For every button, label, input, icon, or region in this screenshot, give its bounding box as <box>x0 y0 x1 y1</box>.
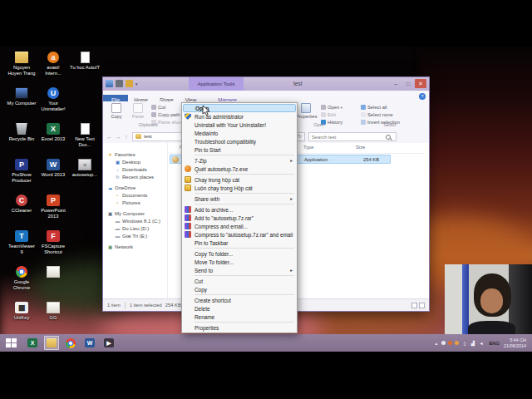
desktop-icon-fscapture-shortcut[interactable]: FFSCapture Shortcut <box>38 230 68 254</box>
taskbar-app-media-app[interactable]: ▶ <box>101 336 116 350</box>
desktop-icon-your-uninstaller[interactable]: UYour Uninstaller! <box>38 87 68 111</box>
nav-item-desktop[interactable]: ▣Desktop <box>103 158 167 165</box>
maximize-button[interactable]: □ <box>402 79 414 88</box>
menu-item-uninstall-with-your-uninstaller[interactable]: Uninstall with Your Uninstaller! <box>183 121 296 129</box>
menu-item-create-shortcut[interactable]: Create shortcut <box>183 296 296 304</box>
desktop-icon-excel-2013[interactable]: XExcel 2013 <box>38 123 68 142</box>
nav-item-pictures[interactable]: ▪Pictures <box>103 199 167 206</box>
menu-item-open[interactable]: Open <box>183 104 296 112</box>
start-button[interactable] <box>6 338 18 348</box>
menu-item-pin-to-taskbar[interactable]: Pin to Taskbar <box>183 239 296 247</box>
minimize-button[interactable]: – <box>390 79 401 88</box>
desktop-icon-folder-16[interactable] <box>38 266 68 279</box>
select-all-button[interactable]: Select all <box>361 104 387 111</box>
help-icon[interactable]: ? <box>419 93 426 100</box>
open-dropdown-icon[interactable]: ▾ <box>341 106 342 110</box>
desktop-icon-avast-intern[interactable]: aavast! Intern... <box>38 52 68 76</box>
taskbar-app-file-explorer[interactable] <box>44 336 59 350</box>
desktop-icon-word-2013[interactable]: WWord 2013 <box>38 159 68 178</box>
copy-path-button[interactable]: Copy path <box>151 111 180 118</box>
winrar-icon <box>185 214 191 221</box>
menu-item-copy-to-folder[interactable]: Copy To folder... <box>183 249 296 258</box>
menu-item-pin-to-start[interactable]: Pin to Start <box>183 145 296 154</box>
menu-item-copy[interactable]: Copy <box>183 285 296 293</box>
desktop-icon-my-computer[interactable]: My Computer <box>7 87 37 106</box>
desktop-icon-powerpoint-2013[interactable]: PPowerPoint 2013 <box>38 195 68 219</box>
show-hidden-icons[interactable]: ▴ <box>433 340 439 347</box>
select-none-button[interactable]: Select none <box>361 111 393 118</box>
edit-button[interactable]: Edit <box>321 111 336 118</box>
tray-app-orange[interactable] <box>455 341 459 345</box>
language-indicator[interactable]: ENG <box>489 341 500 346</box>
nav-item-du-lieu-d[interactable]: ▬Du Lieu (D:) <box>103 224 167 232</box>
menu-item-add-to-archive[interactable]: Add to archive... <box>183 205 296 214</box>
close-button[interactable]: ✕ <box>415 79 426 88</box>
nav-section-favorites[interactable]: ★Favorites <box>103 150 167 158</box>
desktop-icon-gg[interactable]: GG <box>38 302 68 321</box>
quick-access-chevron-down-icon[interactable]: ▾ <box>135 81 138 86</box>
desktop-icon-recycle-bin[interactable]: Recycle Bin <box>7 123 37 142</box>
menu-item-move-to-folder[interactable]: Move To folder... <box>183 258 296 266</box>
menu-item-lu-n-ch-y-trong-h-p-c-t[interactable]: Luôn chạy trong Hộp cát <box>183 184 296 192</box>
menu-item-troubleshoot-compatibility[interactable]: Troubleshoot compatibility <box>183 137 296 145</box>
menu-item-compress-to-autosetup-7z-rar-and-email[interactable]: Compress to "autosetup.7z.rar" and email <box>183 230 296 239</box>
desktop-icon-ccleaner[interactable]: CCCleaner <box>7 195 37 214</box>
thumbnail-view-icon[interactable] <box>419 303 425 308</box>
search-input[interactable] <box>310 133 387 142</box>
taskbar-app-word[interactable]: W <box>82 336 97 350</box>
quick-access-properties-icon[interactable] <box>116 80 123 87</box>
column-header-size[interactable]: Size <box>356 145 365 150</box>
nav-item-windows-8-1-c[interactable]: ▬Windows 8.1 (C:) <box>103 217 167 224</box>
desktop-icon-google-chrome[interactable]: Google Chrome <box>7 266 37 290</box>
nav-item-giai-tri-e[interactable]: ▬Giai Tri (E:) <box>103 232 167 239</box>
details-view-icon[interactable] <box>411 303 417 308</box>
menu-item-rename[interactable]: Rename <box>183 313 296 321</box>
tray-app-white[interactable] <box>441 341 446 345</box>
refresh-icon[interactable]: ↻ <box>298 132 302 141</box>
menu-item-share-with[interactable]: Share with▸ <box>183 195 296 203</box>
menu-item-properties[interactable]: Properties <box>183 323 296 332</box>
taskbar-clock[interactable]: 5:44 CH 21/08/2014 <box>504 337 526 348</box>
menu-item-mediainfo[interactable]: MediaInfo <box>183 129 296 137</box>
quick-access-new-folder-icon[interactable] <box>126 80 133 87</box>
up-icon[interactable]: ↑ <box>122 132 131 141</box>
menu-item-compress-and-email[interactable]: Compress and email... <box>183 222 296 230</box>
menu-item-send-to[interactable]: Send to▸ <box>183 266 296 274</box>
desktop-icon-new-text-doc[interactable]: New Text Doc... <box>70 123 100 147</box>
nav-section-network[interactable]: ▣Network <box>103 243 167 250</box>
nav-item-recent-places[interactable]: ↻Recent places <box>103 173 167 180</box>
taskbar-app-excel[interactable]: X <box>25 336 40 350</box>
nav-item-downloads[interactable]: ↓Downloads <box>103 165 167 173</box>
cut-button[interactable]: Cut <box>151 104 165 111</box>
desktop-icon-unikey[interactable]: ▦UniKey <box>7 302 37 321</box>
properties-button[interactable]: Properties <box>296 103 316 119</box>
battery-icon[interactable]: ▯ <box>461 340 467 347</box>
application-tools-tab[interactable]: Application Tools <box>189 77 244 91</box>
taskbar-app-chrome[interactable] <box>63 336 78 350</box>
search-icon[interactable] <box>386 135 391 140</box>
desktop-icon-autosetup[interactable]: ≡autosetup... <box>70 159 100 178</box>
copy-button[interactable]: Copy <box>106 103 126 119</box>
menu-item-qu-t-autosetup-7z-exe[interactable]: Quét autosetup.7z.exe <box>183 165 296 173</box>
desktop-icon-nguyen-huyen-trang[interactable]: Nguyen Huyen Trang <box>7 52 37 76</box>
avast-tray[interactable] <box>448 341 452 345</box>
back-icon[interactable]: ← <box>106 132 114 141</box>
nav-section-my-computer[interactable]: ▣My Computer <box>103 209 167 217</box>
desktop-icon-proshow-producer[interactable]: PProShow Producer <box>7 159 37 183</box>
open-button[interactable]: Open ▾ <box>321 104 342 111</box>
menu-item-add-to-autosetup-7z-rar[interactable]: Add to "autosetup.7z.rar" <box>183 214 296 222</box>
network-icon[interactable]: ▟ <box>470 340 475 347</box>
menu-item-7-zip[interactable]: 7-Zip▸ <box>183 156 296 165</box>
menu-item-delete[interactable]: Delete <box>183 304 296 313</box>
column-header-type[interactable]: Type <box>303 145 314 150</box>
menu-item-cut[interactable]: Cut <box>183 277 296 285</box>
menu-item-run-as-administrator[interactable]: Run as administrator <box>183 112 296 121</box>
forward-icon[interactable]: → <box>114 132 122 141</box>
nav-section-onedrive[interactable]: ☁OneDrive <box>103 184 167 191</box>
menu-item-ch-y-trong-h-p-c-t[interactable]: Chạy trong hộp cát <box>183 175 296 184</box>
nav-item-documents[interactable]: ▪Documents <box>103 191 167 199</box>
volume-icon[interactable]: ◄ <box>478 340 484 347</box>
desktop-icon-teamviewer-9[interactable]: TTeamViewer 9 <box>7 230 37 254</box>
desktop-icon-tu-hoc-autoit[interactable]: Tu hoc AutoIT <box>70 52 100 71</box>
paste-button[interactable]: Paste <box>128 103 148 119</box>
